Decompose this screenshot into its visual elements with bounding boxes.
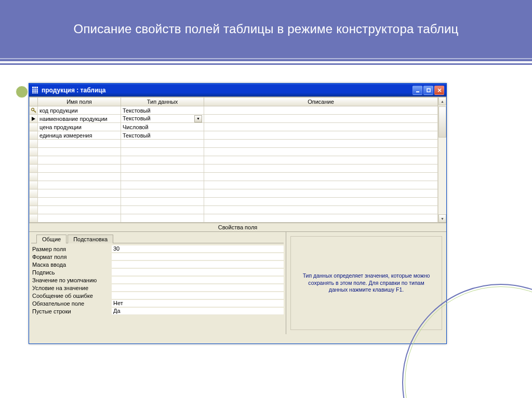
scroll-up-button[interactable]: ▲ (438, 97, 446, 105)
field-name-cell[interactable] (38, 206, 121, 214)
table-row[interactable] (30, 173, 438, 181)
property-value[interactable]: Да (112, 308, 284, 315)
titlebar[interactable]: продукция : таблица (29, 84, 446, 97)
property-value[interactable] (112, 269, 284, 276)
table-row[interactable] (30, 214, 438, 223)
field-name-cell[interactable] (38, 173, 121, 181)
scroll-thumb[interactable] (438, 106, 446, 138)
description-cell[interactable] (204, 123, 438, 131)
col-rowselector[interactable] (30, 98, 38, 106)
field-name-cell[interactable]: наименование продукции (38, 115, 121, 123)
tab-general[interactable]: Общие (36, 235, 66, 243)
property-value[interactable]: 30 (112, 245, 284, 253)
minimize-button[interactable] (413, 86, 422, 95)
row-selector[interactable] (30, 106, 38, 115)
field-name-cell[interactable] (38, 140, 121, 148)
datatype-dropdown-button[interactable]: ▼ (194, 115, 202, 122)
field-name-cell[interactable]: код продукции (38, 106, 121, 115)
description-cell[interactable] (204, 140, 438, 148)
data-type-cell[interactable] (121, 164, 204, 173)
description-cell[interactable] (204, 198, 438, 206)
property-value[interactable] (112, 261, 284, 268)
property-label: Сообщение об ошибке (31, 293, 112, 299)
table-row[interactable] (30, 140, 438, 148)
col-description[interactable]: Описание (204, 98, 438, 106)
row-selector[interactable] (30, 214, 38, 223)
vertical-scrollbar[interactable]: ▲ ▼ (438, 97, 446, 223)
field-name-cell[interactable] (38, 164, 121, 173)
table-row[interactable] (30, 198, 438, 206)
field-name-cell[interactable] (38, 148, 121, 156)
table-row[interactable]: цена продукцииЧисловой (30, 123, 438, 131)
property-value[interactable] (112, 292, 284, 299)
primary-key-icon (30, 107, 37, 114)
properties-section-label: Свойства поля (29, 223, 446, 232)
data-type-cell[interactable] (121, 156, 204, 164)
description-cell[interactable] (204, 173, 438, 181)
row-selector[interactable] (30, 115, 38, 123)
row-selector[interactable] (30, 140, 38, 148)
field-name-cell[interactable] (38, 181, 121, 189)
field-name-cell[interactable] (38, 214, 121, 223)
data-type-cell[interactable]: Текстовый (121, 131, 204, 140)
table-row[interactable] (30, 148, 438, 156)
data-type-cell[interactable]: Текстовый▼ (121, 115, 204, 123)
data-type-cell[interactable] (121, 189, 204, 198)
property-value[interactable]: Нет (112, 300, 284, 307)
help-pane: Тип данных определяет значения, которые … (286, 232, 446, 334)
maximize-button[interactable] (423, 86, 433, 95)
table-row[interactable] (30, 189, 438, 198)
field-name-cell[interactable]: цена продукции (38, 123, 121, 131)
description-cell[interactable] (204, 115, 438, 123)
row-selector[interactable] (30, 189, 38, 198)
field-name-cell[interactable] (38, 156, 121, 164)
description-cell[interactable] (204, 214, 438, 223)
row-selector[interactable] (30, 181, 38, 189)
field-name-cell[interactable] (38, 198, 121, 206)
table-row[interactable]: код продукцииТекстовый (30, 106, 438, 115)
row-selector[interactable] (30, 131, 38, 140)
row-selector[interactable] (30, 173, 38, 181)
field-name-cell[interactable]: единица измерения (38, 131, 121, 140)
data-type-cell[interactable] (121, 198, 204, 206)
description-cell[interactable] (204, 206, 438, 214)
table-row[interactable]: наименование продукцииТекстовый▼ (30, 115, 438, 123)
description-cell[interactable] (204, 148, 438, 156)
description-cell[interactable] (204, 189, 438, 198)
data-type-cell[interactable] (121, 206, 204, 214)
col-datatype[interactable]: Тип данных (121, 98, 204, 106)
row-selector[interactable] (30, 148, 38, 156)
data-type-cell[interactable] (121, 181, 204, 189)
description-cell[interactable] (204, 131, 438, 140)
row-selector[interactable] (30, 123, 38, 131)
close-button[interactable] (434, 86, 444, 95)
data-type-cell[interactable]: Числовой (121, 123, 204, 131)
scroll-down-button[interactable]: ▼ (438, 214, 446, 223)
property-value[interactable] (112, 277, 284, 284)
property-row: Подпись (31, 268, 284, 276)
table-row[interactable] (30, 156, 438, 164)
data-type-cell[interactable] (121, 214, 204, 223)
description-cell[interactable] (204, 181, 438, 189)
description-cell[interactable] (204, 156, 438, 164)
tab-lookup[interactable]: Подстановка (68, 235, 113, 243)
data-type-cell[interactable] (121, 140, 204, 148)
table-row[interactable] (30, 206, 438, 214)
scroll-track[interactable] (438, 105, 446, 214)
description-cell[interactable] (204, 106, 438, 115)
data-type-cell[interactable] (121, 148, 204, 156)
row-selector[interactable] (30, 198, 38, 206)
row-selector[interactable] (30, 206, 38, 214)
description-cell[interactable] (204, 164, 438, 173)
table-row[interactable] (30, 181, 438, 189)
table-row[interactable] (30, 164, 438, 173)
table-row[interactable]: единица измеренияТекстовый (30, 131, 438, 140)
data-type-cell[interactable]: Текстовый (121, 106, 204, 115)
row-selector[interactable] (30, 156, 38, 164)
property-value[interactable] (112, 253, 284, 260)
data-type-cell[interactable] (121, 173, 204, 181)
row-selector[interactable] (30, 164, 38, 173)
col-fieldname[interactable]: Имя поля (38, 98, 121, 106)
field-name-cell[interactable] (38, 189, 121, 198)
property-value[interactable] (112, 284, 284, 292)
